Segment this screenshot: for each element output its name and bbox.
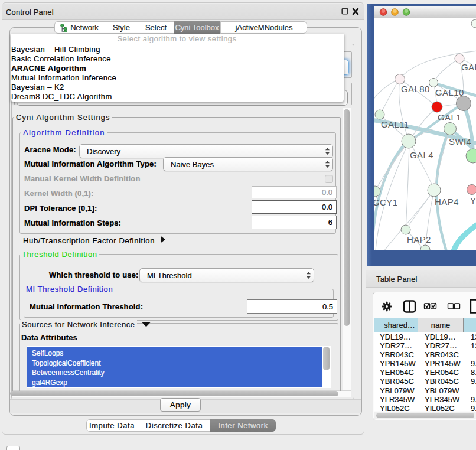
svg-text:HAP2: HAP2 — [407, 234, 431, 244]
svg-text:SWI4: SWI4 — [449, 136, 471, 146]
svg-text:Y: Y — [470, 195, 476, 206]
svg-text:GAL4: GAL4 — [410, 150, 433, 160]
svg-text:GAL1: GAL1 — [438, 112, 461, 122]
svg-text:GAL80: GAL80 — [401, 84, 430, 94]
svg-text:HAP4: HAP4 — [435, 197, 459, 207]
svg-text:GAL11: GAL11 — [381, 119, 409, 129]
svg-text:GAL7: GAL7 — [461, 62, 476, 72]
svg-text:GCY1: GCY1 — [374, 197, 397, 207]
svg-text:GAL10: GAL10 — [435, 87, 464, 97]
